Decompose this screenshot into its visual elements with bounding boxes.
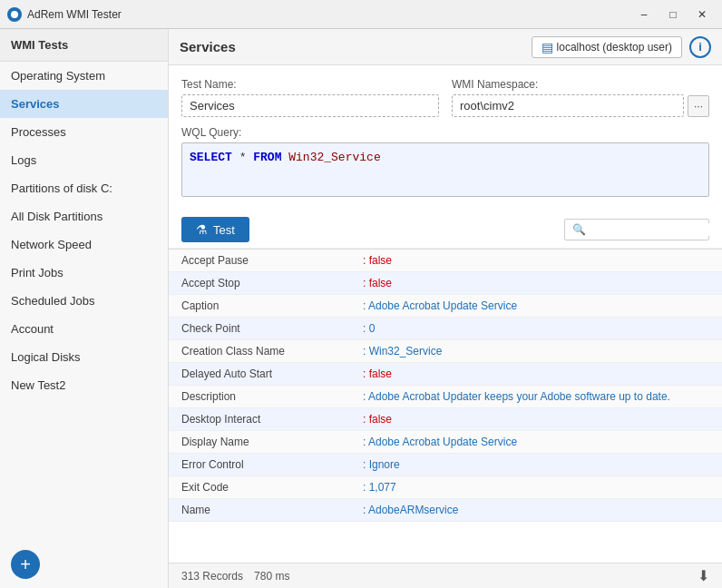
result-value: : Win32_Service <box>363 345 442 358</box>
records-count: 313 Records <box>181 570 243 583</box>
action-row: ⚗ Test 🔍 <box>169 211 722 249</box>
table-row: Name: AdobeARMservice <box>169 499 722 522</box>
connection-label: localhost (desktop user) <box>557 41 672 54</box>
sidebar-header: WMI Tests <box>0 29 168 62</box>
table-row: Creation Class Name: Win32_Service <box>169 340 722 363</box>
form-row-top: Test Name: WMI Namespace: ··· <box>181 78 709 117</box>
result-key: Accept Pause <box>181 254 363 267</box>
sidebar-item-new-test2[interactable]: New Test2 <box>0 371 168 399</box>
test-name-group: Test Name: <box>181 78 439 117</box>
table-row: Accept Stop: false <box>169 272 722 295</box>
sidebar-item-network-speed[interactable]: Network Speed <box>0 230 168 259</box>
table-row: Check Point: 0 <box>169 318 722 340</box>
header-right: ▤ localhost (desktop user) i <box>532 36 711 58</box>
result-value: : Ignore <box>363 458 400 471</box>
result-value: : false <box>363 368 392 380</box>
results-list: Accept Pause: falseAccept Stop: falseCap… <box>169 249 722 563</box>
result-key: Caption <box>181 299 363 312</box>
table-row: Exit Code: 1,077 <box>169 476 722 499</box>
test-btn-label: Test <box>213 223 235 237</box>
app-title: AdRem WMI Tester <box>27 8 122 21</box>
result-key: Accept Stop <box>181 277 363 289</box>
result-value: : Adobe Acrobat Updater keeps your Adobe… <box>363 390 670 403</box>
result-key: Delayed Auto Start <box>181 368 363 380</box>
form-section: Test Name: WMI Namespace: ··· WQL Query:… <box>169 65 722 211</box>
main-layout: WMI Tests Operating SystemServicesProces… <box>0 29 722 588</box>
result-value: : false <box>363 277 392 289</box>
content-title: Services <box>180 39 236 54</box>
table-row: Accept Pause: false <box>169 250 722 272</box>
table-row: Caption: Adobe Acrobat Update Service <box>169 295 722 318</box>
sidebar-item-scheduled-jobs[interactable]: Scheduled Jobs <box>0 287 168 315</box>
test-name-input[interactable] <box>181 94 439 117</box>
wql-star: * <box>239 151 254 164</box>
flask-icon: ⚗ <box>196 222 208 237</box>
result-value: : Adobe Acrobat Update Service <box>363 436 517 448</box>
titlebar: AdRem WMI Tester – □ ✕ <box>0 0 722 29</box>
search-icon: 🔍 <box>572 223 586 236</box>
minimize-button[interactable]: – <box>631 5 657 24</box>
query-time: 780 ms <box>254 570 289 583</box>
result-key: Creation Class Name <box>181 345 363 358</box>
wql-class: Win32_Service <box>288 151 380 164</box>
namespace-browse-button[interactable]: ··· <box>688 95 709 117</box>
sidebar-item-services[interactable]: Services <box>0 90 168 118</box>
sidebar-item-partitions-of-disk-c[interactable]: Partitions of disk C: <box>0 174 168 202</box>
result-key: Desktop Interact <box>181 413 363 426</box>
result-value: : 0 <box>363 322 375 335</box>
sidebar-item-processes[interactable]: Processes <box>0 118 168 146</box>
result-key: Display Name <box>181 436 363 448</box>
wql-label: WQL Query: <box>181 126 709 139</box>
result-value: : false <box>363 254 392 267</box>
search-box: 🔍 <box>564 219 709 240</box>
table-row: Display Name: Adobe Acrobat Update Servi… <box>169 431 722 454</box>
result-value: : Adobe Acrobat Update Service <box>363 299 517 312</box>
window-controls: – □ ✕ <box>631 5 715 24</box>
content-header: Services ▤ localhost (desktop user) i <box>169 29 722 65</box>
sidebar-item-operating-system[interactable]: Operating System <box>0 62 168 90</box>
namespace-group: WMI Namespace: ··· <box>452 78 709 117</box>
namespace-label: WMI Namespace: <box>452 78 709 91</box>
table-row: Error Control: Ignore <box>169 454 722 476</box>
table-row: Delayed Auto Start: false <box>169 363 722 386</box>
sidebar-item-logs[interactable]: Logs <box>0 146 168 174</box>
sidebar: WMI Tests Operating SystemServicesProces… <box>0 29 169 588</box>
content-area: Services ▤ localhost (desktop user) i Te… <box>169 29 722 588</box>
result-key: Error Control <box>181 458 363 471</box>
sidebar-nav: Operating SystemServicesProcessesLogsPar… <box>0 62 168 399</box>
wql-from-keyword: FROM <box>253 151 281 164</box>
namespace-row: ··· <box>452 94 709 117</box>
result-key: Name <box>181 504 363 516</box>
add-test-button[interactable]: + <box>11 550 40 579</box>
result-key: Description <box>181 390 363 403</box>
sidebar-footer: + <box>0 541 168 588</box>
search-input[interactable] <box>586 223 722 236</box>
wql-section: WQL Query: SELECT * FROM Win32_Service <box>181 126 709 197</box>
maximize-button[interactable]: □ <box>660 5 686 24</box>
statusbar: 313 Records 780 ms ⬇ <box>169 563 722 588</box>
result-value: : false <box>363 413 392 426</box>
result-key: Check Point <box>181 322 363 335</box>
connection-button[interactable]: ▤ localhost (desktop user) <box>532 36 682 58</box>
download-button[interactable]: ⬇ <box>698 567 709 584</box>
sidebar-item-account[interactable]: Account <box>0 315 168 343</box>
sidebar-item-all-disk-partitions[interactable]: All Disk Partitions <box>0 202 168 230</box>
titlebar-left: AdRem WMI Tester <box>7 7 122 22</box>
info-button[interactable]: i <box>689 36 711 58</box>
app-logo <box>7 7 22 22</box>
result-key: Exit Code <box>181 481 363 494</box>
sidebar-item-print-jobs[interactable]: Print Jobs <box>0 259 168 287</box>
database-icon: ▤ <box>542 40 553 54</box>
wql-editor[interactable]: SELECT * FROM Win32_Service <box>181 142 709 197</box>
test-button[interactable]: ⚗ Test <box>181 217 249 242</box>
statusbar-left: 313 Records 780 ms <box>181 570 289 583</box>
table-row: Desktop Interact: false <box>169 408 722 431</box>
wql-select-keyword: SELECT <box>190 151 232 164</box>
close-button[interactable]: ✕ <box>689 5 715 24</box>
result-value: : AdobeARMservice <box>363 504 458 516</box>
test-name-label: Test Name: <box>181 78 439 91</box>
sidebar-item-logical-disks[interactable]: Logical Disks <box>0 343 168 371</box>
result-value: : 1,077 <box>363 481 396 494</box>
namespace-input[interactable] <box>452 94 684 117</box>
table-row: Description: Adobe Acrobat Updater keeps… <box>169 386 722 408</box>
